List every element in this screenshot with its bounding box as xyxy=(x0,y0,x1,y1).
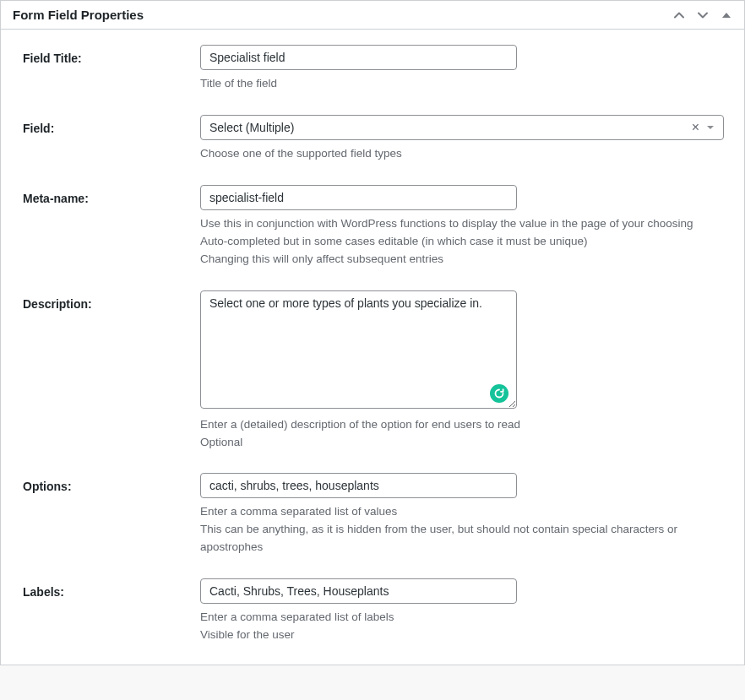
label-options: Options: xyxy=(23,473,200,493)
control-options: Enter a comma separated list of values T… xyxy=(200,473,722,556)
field-type-select[interactable]: Select (Multiple) × xyxy=(200,115,724,140)
panel-header: Form Field Properties xyxy=(1,1,744,30)
help-options: Enter a comma separated list of values T… xyxy=(200,503,722,556)
label-description: Description: xyxy=(23,290,200,311)
label-field-type: Field: xyxy=(23,115,200,135)
panel-title: Form Field Properties xyxy=(13,8,673,22)
control-labels: Enter a comma separated list of labels V… xyxy=(200,578,722,644)
help-field-type: Choose one of the supported field types xyxy=(200,145,722,163)
field-type-clear-button[interactable]: × xyxy=(687,121,704,134)
field-type-selected-value: Select (Multiple) xyxy=(209,121,687,134)
label-meta-name: Meta-name: xyxy=(23,185,200,205)
collapse-toggle-button[interactable] xyxy=(721,9,732,21)
help-description: Enter a (detailed) description of the op… xyxy=(200,416,722,452)
row-description: Description: Enter a (detailed) descript… xyxy=(1,290,744,452)
help-labels: Enter a comma separated list of labels V… xyxy=(200,609,722,644)
chevron-down-icon xyxy=(697,9,709,21)
row-labels: Labels: Enter a comma separated list of … xyxy=(1,578,744,644)
options-input[interactable] xyxy=(200,473,517,498)
labels-input[interactable] xyxy=(200,578,517,604)
row-options: Options: Enter a comma separated list of… xyxy=(1,473,744,556)
triangle-up-icon xyxy=(721,10,731,20)
description-textarea-wrap xyxy=(200,290,517,411)
row-field-type: Field: Select (Multiple) × Choose one of… xyxy=(1,115,744,163)
row-field-title: Field Title: Title of the field xyxy=(1,45,744,93)
help-field-title: Title of the field xyxy=(200,75,722,93)
move-up-button[interactable] xyxy=(673,9,685,21)
label-labels: Labels: xyxy=(23,578,200,599)
chevron-up-icon xyxy=(673,9,685,21)
panel-body: Field Title: Title of the field Field: S… xyxy=(1,30,744,665)
panel-actions xyxy=(673,9,732,21)
field-title-input[interactable] xyxy=(200,45,517,70)
label-field-title: Field Title: xyxy=(23,45,200,65)
move-down-button[interactable] xyxy=(697,9,709,21)
caret-down-icon xyxy=(706,123,715,132)
control-description: Enter a (detailed) description of the op… xyxy=(200,290,722,452)
control-field-title: Title of the field xyxy=(200,45,722,93)
control-meta-name: Use this in conjunction with WordPress f… xyxy=(200,185,722,269)
field-type-dropdown-toggle[interactable] xyxy=(704,123,716,132)
row-meta-name: Meta-name: Use this in conjunction with … xyxy=(1,185,744,269)
control-field-type: Select (Multiple) × Choose one of the su… xyxy=(200,115,722,163)
form-field-properties-panel: Form Field Properties Field Title: Title… xyxy=(0,0,745,665)
help-meta-name: Use this in conjunction with WordPress f… xyxy=(200,215,722,269)
meta-name-input[interactable] xyxy=(200,185,517,210)
description-textarea[interactable] xyxy=(200,290,517,409)
